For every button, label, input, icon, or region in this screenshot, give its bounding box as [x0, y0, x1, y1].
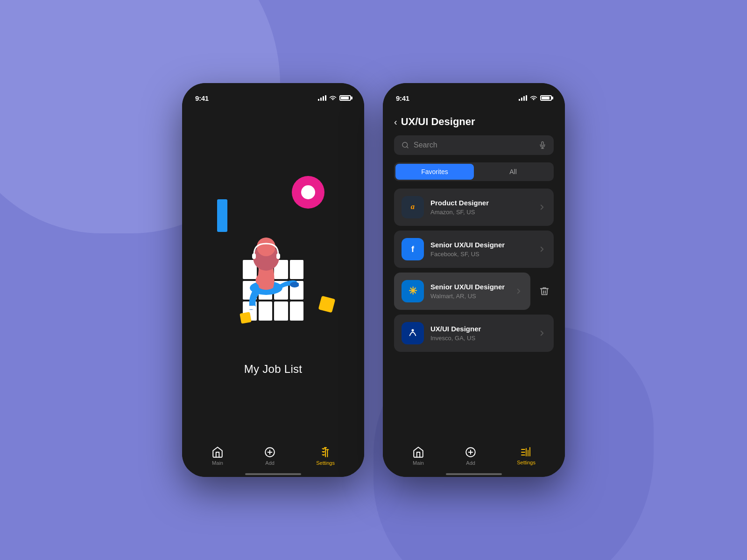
status-time-1: 9:41 [195, 94, 209, 102]
facebook-logo: f [402, 238, 424, 260]
phone-2-screen: 9:41 [383, 83, 565, 477]
svg-point-28 [411, 329, 414, 331]
svg-point-27 [404, 325, 421, 341]
svg-rect-5 [247, 306, 256, 309]
nav-add-1[interactable]: Add [264, 446, 276, 466]
illustration-area [208, 171, 338, 349]
walmart-job-title: Senior UX/UI Designer [430, 283, 508, 291]
svg-rect-6 [252, 253, 256, 259]
back-button[interactable]: ‹ [394, 117, 397, 127]
home-icon-1 [211, 446, 224, 458]
status-icons-1 [318, 95, 351, 101]
facebook-job-title: Senior UX/UI Designer [430, 241, 531, 249]
phone2-header: ‹ UX/UI Designer [383, 106, 565, 135]
status-bar-1: 9:41 [182, 83, 364, 106]
tab-all[interactable]: All [474, 164, 552, 180]
svg-text:f: f [411, 245, 415, 254]
bottom-nav-2: Main Add [383, 441, 565, 469]
add-icon-2 [465, 446, 477, 458]
phones-container: 9:41 [182, 83, 565, 477]
walmart-job-company: Walmart, AR, US [430, 293, 508, 300]
status-icons-2 [519, 95, 552, 101]
nav-main-2[interactable]: Main [412, 446, 424, 466]
back-title-row: ‹ UX/UI Designer [394, 111, 554, 135]
phone-1: 9:41 [182, 83, 364, 477]
signal-icon-1 [318, 95, 326, 101]
invesco-logo [402, 322, 424, 344]
invesco-job-title: UX/UI Designer [430, 325, 531, 333]
search-bar[interactable]: Search [394, 135, 554, 155]
amazon-job-company: Amazon, SF, US [430, 209, 531, 216]
phone-1-screen: 9:41 [182, 83, 364, 477]
walmart-swipe-row: ✳ Senior UX/UI Designer Walmart, AR, US [394, 273, 554, 310]
svg-text:a: a [411, 202, 415, 211]
chevron-walmart [514, 287, 523, 295]
trash-icon [539, 286, 550, 296]
nav-add-label-2: Add [466, 460, 475, 466]
nav-settings-label-1: Settings [316, 460, 335, 466]
nav-add-label-1: Add [265, 460, 275, 466]
amazon-job-info: Product Designer Amazon, SF, US [430, 199, 531, 216]
home-bar-1 [245, 473, 301, 475]
invesco-job-company: Invesco, GA, US [430, 335, 531, 342]
yellow-square-1 [318, 296, 336, 313]
person-illustration [233, 227, 299, 321]
phone1-content: My Job List [182, 106, 364, 441]
wifi-icon-1 [329, 95, 337, 101]
tab-favorites[interactable]: Favorites [395, 164, 474, 180]
settings-icon-1 [319, 446, 331, 458]
phone1-title: My Job List [244, 363, 303, 376]
job-card-facebook[interactable]: f Senior UX/UI Designer Facebook, SF, US [394, 231, 554, 268]
walmart-logo: ✳ [402, 280, 424, 302]
job-card-walmart[interactable]: ✳ Senior UX/UI Designer Walmart, AR, US [394, 273, 530, 310]
chevron-invesco [538, 329, 546, 337]
settings-icon-2 [520, 447, 533, 458]
battery-icon-1 [339, 95, 351, 101]
search-icon [402, 141, 409, 149]
home-icon-2 [412, 446, 424, 458]
job-list: a Product Designer Amazon, SF, US [383, 189, 565, 441]
search-placeholder: Search [414, 141, 534, 149]
nav-settings-1[interactable]: Settings [316, 446, 335, 466]
home-bar-2 [446, 473, 502, 475]
page-title: UX/UI Designer [401, 116, 475, 128]
job-card-amazon[interactable]: a Product Designer Amazon, SF, US [394, 189, 554, 226]
facebook-job-info: Senior UX/UI Designer Facebook, SF, US [430, 241, 531, 258]
svg-point-4 [257, 238, 275, 256]
add-icon-1 [264, 446, 276, 458]
battery-icon-2 [540, 95, 552, 101]
chevron-amazon [538, 203, 546, 211]
delete-action[interactable] [530, 286, 554, 296]
pink-donut [292, 176, 324, 209]
mic-icon [539, 141, 546, 149]
chevron-facebook [538, 245, 546, 253]
blue-rectangle [217, 199, 227, 232]
status-time-2: 9:41 [396, 94, 409, 102]
nav-main-1[interactable]: Main [211, 446, 224, 466]
nav-add-2[interactable]: Add [465, 446, 477, 466]
signal-icon-2 [519, 95, 527, 101]
nav-main-label-2: Main [413, 460, 424, 466]
status-bar-2: 9:41 [383, 83, 565, 106]
nav-settings-label-2: Settings [517, 460, 536, 465]
job-card-invesco[interactable]: UX/UI Designer Invesco, GA, US [394, 315, 554, 352]
nav-main-label-1: Main [212, 460, 223, 466]
invesco-job-info: UX/UI Designer Invesco, GA, US [430, 325, 531, 342]
amazon-job-title: Product Designer [430, 199, 531, 207]
bottom-nav-1: Main Add [182, 441, 364, 469]
svg-line-22 [407, 147, 408, 148]
amazon-logo: a [402, 196, 424, 218]
nav-settings-2[interactable]: Settings [517, 447, 536, 465]
walmart-job-info: Senior UX/UI Designer Walmart, AR, US [430, 283, 508, 300]
svg-rect-7 [276, 253, 280, 259]
tabs-row: Favorites All [394, 162, 554, 181]
facebook-job-company: Facebook, SF, US [430, 251, 531, 258]
wifi-icon-2 [530, 95, 537, 101]
phone-2: 9:41 [383, 83, 565, 477]
